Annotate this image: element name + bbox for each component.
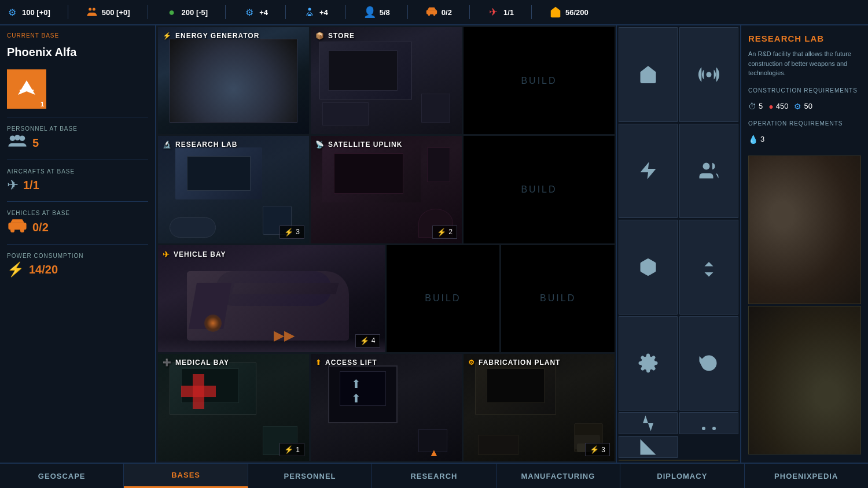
icon-btn-people[interactable] <box>679 124 738 219</box>
medical-bay-power: ⚡ 1 <box>279 443 304 456</box>
rock-panel-info-1 <box>748 156 861 304</box>
access-lift-bg: ⬆ ⬆ <box>311 354 462 461</box>
nav-tab-phoenixpedia[interactable]: PHOENIXPEDIA <box>745 464 868 488</box>
facility-access-lift[interactable]: ⬆ ⬆ ⬆ ACCESS LIFT <box>311 354 462 461</box>
vehicles-icon <box>425 6 438 19</box>
stat-personnel: 👤 5/8 <box>363 6 390 19</box>
fabrication-icon: ⚙ <box>468 358 475 367</box>
icon-btn-gear[interactable] <box>619 316 678 411</box>
req-alloy-value: 450 <box>776 102 789 110</box>
build-cell-3[interactable]: BUILD <box>387 245 500 352</box>
satellite-icon: 📡 <box>315 141 325 149</box>
stat-engineers: 500 [+0] <box>86 6 130 19</box>
facility-research-lab[interactable]: 🔬 RESEARCH LAB ⚡ 3 <box>158 136 309 243</box>
main-content: CURRENT BASE Phoenix Alfa 1 PERSONNEL AT… <box>0 25 868 463</box>
power-stat: POWER CONSUMPTION ⚡ 14/20 <box>7 253 148 278</box>
access-icon: ⬆ <box>315 358 322 367</box>
build-label-2: BUILD <box>521 184 557 195</box>
power-stat-icon: ⚡ <box>7 261 24 278</box>
icon-btn-up-down[interactable] <box>679 220 738 315</box>
facility-satellite-uplink[interactable]: 📡 SATELLITE UPLINK ⚡ 2 <box>311 136 462 243</box>
recycle-icon <box>698 353 719 374</box>
vehicle-bay-label: ✈ VEHICLE BAY <box>163 250 226 259</box>
nav-tab-geoscape[interactable]: GEOSCAPE <box>0 464 124 488</box>
icon-btn-scissors[interactable] <box>679 412 738 434</box>
divider3 <box>225 5 226 19</box>
aircraft-value: 1/1 <box>503 8 514 17</box>
engineers-icon <box>86 6 98 19</box>
icon-btn-box[interactable] <box>619 220 678 315</box>
icon-btn-medical[interactable] <box>619 412 678 434</box>
personnel-row: 5 <box>7 134 148 151</box>
facility-medical-bay[interactable]: ➕ MEDICAL BAY ⚡ 1 <box>158 354 309 461</box>
medical-btn-icon <box>638 413 659 434</box>
svg-point-15 <box>703 163 710 170</box>
energy-generator-label: ⚡ ENERGY GENERATOR <box>163 32 259 40</box>
nav-tab-personnel[interactable]: PERSONNEL <box>248 464 372 488</box>
science-value: 100 [+0] <box>22 8 50 17</box>
vehicles-row: 0/2 <box>7 219 148 236</box>
divider5 <box>345 5 346 19</box>
scroll-indicator: ▲ <box>429 447 439 459</box>
nav-tab-manufacturing[interactable]: MANUFACTURING <box>496 464 620 488</box>
construction-reqs-row: ⏱ 5 ● 450 ⚙ 50 <box>748 102 861 111</box>
build-label-1: BUILD <box>521 76 557 86</box>
box-btn-icon <box>638 257 659 278</box>
build-cell-1[interactable]: BUILD <box>464 27 615 134</box>
svg-point-8 <box>20 135 25 141</box>
vehicles-label: VEHICLES AT BASE <box>7 210 148 216</box>
icon-btn-corner[interactable] <box>619 436 678 458</box>
grid-row-3: ▶▶ ✈ VEHICLE BAY ⚡ 4 BUILD BUILD <box>158 245 615 352</box>
people-btn-icon <box>698 160 719 181</box>
aircrafts-label: AIRCRAFTS AT BASE <box>7 168 148 175</box>
rock-panel-info-2 <box>748 306 861 454</box>
stat-psi: +4 <box>303 6 328 19</box>
icon-btn-house[interactable] <box>619 27 678 122</box>
req-psi-value: 3 <box>760 135 764 143</box>
rock-panel-1 <box>619 460 738 461</box>
personnel-value: 5/8 <box>380 8 390 17</box>
personnel-stat-icon <box>7 134 28 151</box>
divider1 <box>68 5 68 19</box>
svg-point-22 <box>712 427 716 430</box>
svg-point-5 <box>433 14 436 16</box>
personnel-stat: PERSONNEL AT BASE 5 <box>7 125 148 151</box>
icon-btn-recycle[interactable] <box>679 316 738 411</box>
aircraft-icon: ✈ <box>487 6 500 19</box>
vehicle-bay-bg: ▶▶ <box>158 245 385 352</box>
svg-marker-14 <box>641 162 656 179</box>
facility-energy-generator[interactable]: ⚡ ENERGY GENERATOR <box>158 27 309 134</box>
icon-btn-bolt[interactable] <box>619 124 678 219</box>
construction-req-label: CONSTRUCTION REQUIREMENTS <box>748 87 861 94</box>
power-bolt-icon: ⚡ <box>284 228 293 236</box>
satellite-uplink-label: 📡 SATELLITE UPLINK <box>315 141 402 149</box>
sidebar: CURRENT BASE Phoenix Alfa 1 PERSONNEL AT… <box>0 25 156 463</box>
base-icon[interactable]: 1 <box>7 69 46 109</box>
svg-point-4 <box>428 14 430 16</box>
facility-fabrication-plant[interactable]: ⚙ FABRICATION PLANT ⚡ 3 <box>464 354 615 461</box>
stat-funds: 56/200 <box>549 6 589 19</box>
engineers-value: 500 [+0] <box>102 8 130 17</box>
build-label-4: BUILD <box>540 293 576 304</box>
vehicle-bay-power-value: 4 <box>372 337 376 345</box>
build-cell-2[interactable]: BUILD <box>464 136 615 243</box>
upload-icon <box>698 257 719 278</box>
vehicles-number: 0/2 <box>32 221 49 234</box>
nav-tab-bases[interactable]: BASES <box>124 464 248 488</box>
power-label: POWER CONSUMPTION <box>7 253 148 259</box>
personnel-icon: 👤 <box>363 6 376 19</box>
power-number: 14/20 <box>29 263 58 276</box>
facility-store[interactable]: 📦 STORE <box>311 27 462 134</box>
research-lab-label: 🔬 RESEARCH LAB <box>163 141 237 149</box>
divider8 <box>531 5 532 19</box>
icon-btn-satellite[interactable] <box>679 27 738 122</box>
nav-tab-research[interactable]: RESEARCH <box>372 464 496 488</box>
req-alloy: ● 450 <box>768 102 788 111</box>
grid-row-1: ⚡ ENERGY GENERATOR 📦 STORE BUILD <box>158 27 615 134</box>
req-build: ⚙ 50 <box>794 102 812 111</box>
nav-tab-diplomacy[interactable]: DIPLOMACY <box>620 464 744 488</box>
fabrication-power-value: 3 <box>601 446 605 454</box>
build-cell-4[interactable]: BUILD <box>501 245 615 352</box>
req-time: ⏱ 5 <box>748 102 763 111</box>
facility-vehicle-bay[interactable]: ▶▶ ✈ VEHICLE BAY ⚡ 4 <box>158 245 385 352</box>
